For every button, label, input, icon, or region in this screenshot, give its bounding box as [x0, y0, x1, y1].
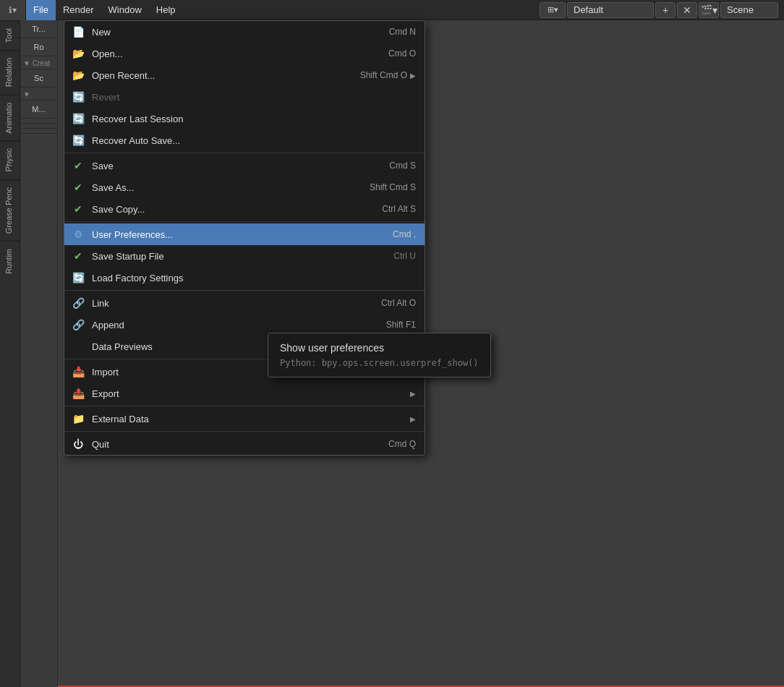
- sidebar-tab-animation[interactable]: Animatio: [0, 95, 20, 141]
- file-dropdown-menu: 📄 New Cmd N 📂 Open... Cmd O 📂 Open Recen…: [64, 20, 425, 456]
- menu-render[interactable]: Render: [56, 0, 101, 20]
- divider-1: [64, 153, 425, 153]
- divider-5: [64, 406, 425, 406]
- startup-icon: ✔: [70, 249, 86, 263]
- divider-6: [64, 431, 425, 432]
- new-icon: 📄: [70, 25, 86, 39]
- menu-item-recover-auto[interactable]: 🔄 Recover Auto Save...: [64, 129, 425, 151]
- append-icon: 🔗: [70, 317, 86, 332]
- scene-selector[interactable]: Scene: [720, 2, 778, 18]
- menu-item-factory[interactable]: 🔄 Load Factory Settings: [64, 267, 425, 289]
- menu-item-save-copy[interactable]: ✔ Save Copy... Ctrl Alt S: [64, 198, 425, 220]
- mirror-btn[interactable]: M...: [20, 101, 57, 119]
- sidebar-tab-tool[interactable]: Tool: [0, 20, 20, 50]
- menu-item-export[interactable]: 📤 Export ▶: [64, 383, 425, 404]
- info-icon: ℹ▾: [9, 5, 17, 15]
- menu-item-new[interactable]: 📄 New Cmd N: [64, 21, 425, 43]
- save-copy-icon: ✔: [70, 202, 86, 216]
- d-section1: [20, 119, 57, 124]
- factory-icon: 🔄: [70, 270, 86, 285]
- d-section2: [20, 124, 57, 129]
- render-icon-btn[interactable]: 🎬▾: [699, 2, 719, 18]
- close-icon: ✕: [683, 4, 691, 16]
- top-bar-right: ⊞▾ Default + ✕ 🎬▾ Scene: [540, 0, 784, 20]
- camera-icon: 🎬▾: [700, 4, 717, 16]
- external-data-icon: 📁: [70, 411, 86, 426]
- translate-btn[interactable]: Tr...: [20, 20, 57, 38]
- submenu-arrow-export: ▶: [410, 390, 416, 398]
- top-bar-left: ℹ▾ File Render Window Help: [0, 0, 183, 20]
- menu-item-startup[interactable]: ✔ Save Startup File Ctrl U: [64, 245, 425, 267]
- layout-icon: ⊞▾: [547, 5, 558, 14]
- user-prefs-tooltip: Show user preferences Python: bpy.ops.sc…: [268, 333, 491, 377]
- save-as-icon: ✔: [70, 180, 86, 195]
- menu-item-revert[interactable]: 🔄 Revert: [64, 86, 425, 108]
- quit-icon: ⏻: [70, 437, 86, 451]
- revert-icon: 🔄: [70, 90, 86, 104]
- top-menu-bar: ℹ▾ File Render Window Help ⊞▾ Default + …: [0, 0, 784, 20]
- menu-item-open[interactable]: 📂 Open... Cmd O: [64, 43, 425, 64]
- info-button[interactable]: ℹ▾: [0, 0, 26, 20]
- menu-item-open-recent[interactable]: 📂 Open Recent... Shift Cmd O ▶: [64, 64, 425, 86]
- submenu-arrow-recent: ▶: [410, 72, 416, 80]
- menu-item-save-as[interactable]: ✔ Save As... Shift Cmd S: [64, 176, 425, 198]
- tooltip-python: Python: bpy.ops.screen.userpref_show(): [280, 358, 479, 368]
- d-section3: [20, 129, 57, 134]
- submenu-arrow-extdata: ▶: [410, 415, 416, 423]
- plus-icon: +: [662, 4, 668, 16]
- menu-item-external-data[interactable]: 📁 External Data ▶: [64, 408, 425, 430]
- menu-file[interactable]: File: [26, 0, 56, 20]
- open-icon: 📂: [70, 46, 86, 61]
- menu-window[interactable]: Window: [101, 0, 149, 20]
- inner-left-panel: Tr... Ro ▼ Creat Sc ▼ M...: [20, 20, 58, 687]
- divider-3: [64, 290, 425, 291]
- import-icon: 📥: [70, 364, 86, 379]
- sidebar-tab-runtime[interactable]: Runtim: [0, 241, 20, 281]
- menu-item-save[interactable]: ✔ Save Cmd S: [64, 155, 425, 176]
- recover-auto-icon: 🔄: [70, 133, 86, 148]
- menu-item-recover-last[interactable]: 🔄 Recover Last Session: [64, 108, 425, 129]
- recover-last-icon: 🔄: [70, 111, 86, 126]
- sidebar-tab-relation[interactable]: Relation: [0, 50, 20, 94]
- prefs-icon: ⚙: [70, 227, 86, 242]
- startup-shortcut: Ctrl U: [393, 251, 416, 261]
- left-sidebar: Tool Relation Animatio Physic Grease Pen…: [0, 20, 20, 687]
- menu-item-user-prefs[interactable]: ⚙ User Preferences... Cmd ,: [64, 223, 425, 245]
- menu-item-link[interactable]: 🔗 Link Ctrl Alt O: [64, 292, 425, 314]
- save-icon: ✔: [70, 158, 86, 173]
- scale-btn[interactable]: Sc: [20, 69, 57, 88]
- close-workspace-button[interactable]: ✕: [677, 2, 697, 18]
- workspace-selector[interactable]: Default: [567, 2, 654, 18]
- create-section: ▼ Creat: [20, 56, 57, 69]
- sidebar-tab-greasepencil[interactable]: Grease Penc: [0, 179, 20, 241]
- export-icon: 📤: [70, 386, 86, 401]
- sidebar-tab-physics[interactable]: Physic: [0, 140, 20, 179]
- divider-2: [64, 221, 425, 222]
- layout-toggle[interactable]: ⊞▾: [540, 2, 566, 18]
- link-icon: 🔗: [70, 296, 86, 310]
- add-workspace-button[interactable]: +: [655, 2, 676, 18]
- menu-item-quit[interactable]: ⏻ Quit Cmd Q: [64, 433, 425, 455]
- recent-icon: 📂: [70, 68, 86, 82]
- menu-help[interactable]: Help: [149, 0, 183, 20]
- tooltip-title: Show user preferences: [280, 342, 479, 354]
- relation-section: ▼: [20, 88, 57, 101]
- rotate-btn[interactable]: Ro: [20, 38, 57, 56]
- data-previews-icon: [70, 339, 86, 354]
